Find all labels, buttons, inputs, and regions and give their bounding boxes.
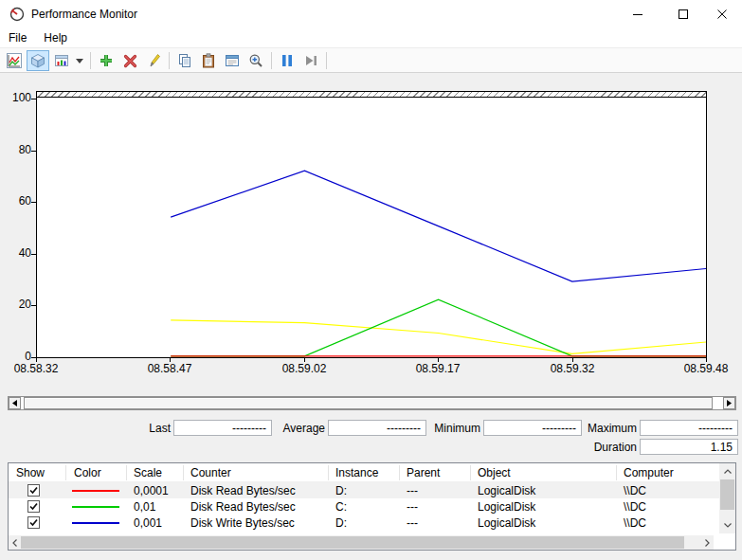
report-view-button[interactable] (50, 50, 73, 71)
properties-button[interactable] (221, 50, 244, 71)
cell-computer: \\DC (624, 516, 646, 530)
legend-scroll-right-button[interactable] (701, 535, 714, 550)
add-icon (99, 53, 114, 68)
chevron-left-icon (12, 539, 17, 547)
view-line-chart-button[interactable] (3, 50, 26, 71)
paste-counter-list-button[interactable] (197, 50, 220, 71)
show-checkbox[interactable] (27, 516, 40, 529)
color-swatch (72, 490, 119, 492)
menu-file[interactable]: File (0, 28, 35, 47)
freeze-display-button[interactable] (276, 50, 299, 71)
check-icon (29, 486, 38, 495)
y-axis-label: 60 (5, 194, 31, 208)
chevron-down-icon (724, 523, 732, 528)
chart-series-lines (37, 92, 706, 357)
column-header-object[interactable]: Object (478, 466, 511, 479)
update-data-button[interactable] (299, 50, 322, 71)
legend-vertical-scrollbar (719, 463, 735, 533)
y-axis-tick (31, 305, 36, 306)
y-axis-tick (31, 202, 36, 203)
column-header-scale[interactable]: Scale (134, 466, 162, 479)
x-axis-label: 08.59.48 (676, 362, 736, 375)
arrow-right-icon (727, 400, 732, 406)
toolbar-separator (326, 52, 327, 69)
y-axis-label: 80 (5, 143, 31, 156)
column-header-computer[interactable]: Computer (624, 466, 674, 479)
chart-scrollbar (8, 396, 736, 410)
legend-hscroll-thumb[interactable] (21, 536, 684, 549)
column-header-color[interactable]: Color (74, 466, 101, 479)
chevron-right-icon (705, 539, 710, 547)
maximize-button[interactable] (661, 0, 705, 28)
toolbar-separator (90, 52, 91, 69)
column-header-parent[interactable]: Parent (407, 466, 440, 479)
highlight-button[interactable] (142, 50, 165, 71)
legend-scroll-left-button[interactable] (9, 535, 21, 550)
close-button[interactable] (703, 0, 742, 28)
column-separator (616, 465, 617, 480)
column-separator (470, 465, 471, 480)
window-title: Performance Monitor (31, 8, 137, 21)
legend-vscroll-thumb[interactable] (720, 479, 734, 510)
y-axis-label: 0 (5, 350, 31, 363)
last-label: Last (95, 422, 171, 435)
pause-icon (281, 54, 294, 67)
x-axis-tick (36, 358, 37, 362)
x-axis-tick (706, 358, 707, 362)
column-header-instance[interactable]: Instance (335, 466, 378, 479)
counter-row[interactable]: 0,01Disk Read Bytes/secC:---LogicalDisk\… (9, 498, 719, 515)
color-swatch (72, 506, 119, 508)
report-icon (54, 53, 69, 68)
legend-scroll-down-button[interactable] (719, 517, 735, 533)
counter-legend-table: ShowColorScaleCounterInstanceParentObjec… (8, 462, 736, 551)
counter-row[interactable]: 0,001Disk Write Bytes/secD:---LogicalDis… (9, 515, 719, 531)
add-counter-button[interactable] (95, 50, 118, 71)
minimize-button[interactable] (616, 0, 660, 28)
legend-horizontal-scrollbar (9, 535, 714, 550)
cell-object: LogicalDisk (478, 500, 535, 514)
change-graph-type-button[interactable] (27, 50, 49, 71)
cell-parent: --- (407, 500, 418, 514)
toolbar-separator (271, 52, 272, 69)
x-axis-label: 08.58.47 (139, 362, 200, 375)
average-label: Average (249, 422, 325, 435)
show-checkbox[interactable] (27, 500, 40, 513)
cube-icon (30, 53, 45, 68)
column-separator (183, 465, 184, 480)
chart-scroll-thumb[interactable] (24, 397, 713, 409)
cell-scale: 0,001 (134, 516, 162, 530)
menu-help[interactable]: Help (35, 28, 76, 47)
cell-object: LogicalDisk (478, 516, 535, 530)
zoom-button[interactable] (244, 50, 267, 71)
column-separator (65, 465, 66, 480)
column-header-counter[interactable]: Counter (190, 466, 231, 479)
check-icon (29, 518, 38, 527)
y-axis-label: 40 (5, 246, 31, 260)
copy-properties-button[interactable] (173, 50, 196, 71)
performance-monitor-window: Performance Monitor File Help (0, 0, 742, 560)
y-axis-tick (31, 254, 36, 255)
series-line (171, 320, 706, 353)
cell-counter: Disk Write Bytes/sec (190, 516, 295, 530)
chart-scroll-left-button[interactable] (9, 397, 21, 409)
series-line (171, 299, 706, 356)
graph-type-dropdown-button[interactable] (73, 50, 86, 71)
cell-computer: \\DC (624, 484, 646, 497)
cell-object: LogicalDisk (478, 484, 535, 497)
column-header-show[interactable]: Show (16, 466, 45, 479)
show-checkbox[interactable] (27, 484, 40, 497)
cell-counter: Disk Read Bytes/sec (190, 500, 296, 514)
chart-scroll-right-button[interactable] (723, 397, 735, 409)
delete-counter-button[interactable] (118, 50, 141, 71)
delete-icon (123, 54, 137, 68)
column-separator (126, 465, 127, 480)
counter-row[interactable]: 0,0001Disk Read Bytes/secD:---LogicalDis… (9, 482, 719, 498)
check-icon (29, 502, 38, 511)
x-axis-tick (170, 358, 171, 362)
close-icon (717, 9, 728, 20)
cell-counter: Disk Read Bytes/sec (190, 484, 296, 497)
legend-scroll-up-button[interactable] (719, 463, 735, 479)
x-axis-label: 08.58.32 (6, 362, 66, 375)
legend-header-row: ShowColorScaleCounterInstanceParentObjec… (9, 463, 719, 482)
x-axis-label: 08.59.17 (407, 362, 468, 375)
